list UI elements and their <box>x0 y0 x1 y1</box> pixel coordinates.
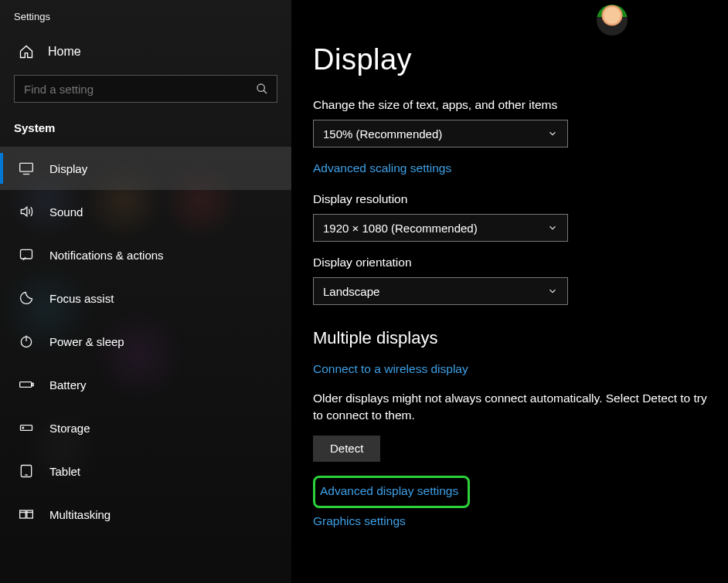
resolution-value: 1920 × 1080 (Recommended) <box>323 222 478 235</box>
svg-point-0 <box>257 84 264 91</box>
focus-icon <box>19 290 34 306</box>
wireless-display-link[interactable]: Connect to a wireless display <box>313 362 468 376</box>
sidebar-item-label: Sound <box>49 205 83 219</box>
category-heading: System <box>0 117 291 147</box>
svg-rect-14 <box>27 510 33 518</box>
svg-rect-4 <box>21 249 32 259</box>
sidebar-item-label: Multitasking <box>49 508 111 521</box>
search-icon <box>256 83 268 95</box>
avatar <box>597 5 628 36</box>
sidebar-item-display[interactable]: Display <box>0 147 291 190</box>
sidebar-item-label: Power & sleep <box>49 335 124 348</box>
sidebar: Settings Home System Display <box>0 0 291 583</box>
window-title: Settings <box>0 8 291 36</box>
sidebar-item-label: Focus assist <box>49 292 114 305</box>
sidebar-item-label: Tablet <box>49 465 80 478</box>
scale-label: Change the size of text, apps, and other… <box>313 98 713 112</box>
display-icon <box>19 161 34 176</box>
sound-icon <box>19 204 34 219</box>
detect-help-text: Older displays might not always connect … <box>313 390 713 425</box>
svg-rect-13 <box>20 510 26 518</box>
orientation-value: Landscape <box>323 285 379 298</box>
tablet-icon <box>19 463 34 479</box>
page-title: Display <box>313 43 713 76</box>
search-input[interactable] <box>14 75 277 103</box>
graphics-settings-link[interactable]: Graphics settings <box>313 514 406 528</box>
home-label: Home <box>48 45 81 59</box>
sidebar-item-label: Battery <box>49 378 87 391</box>
resolution-label: Display resolution <box>313 192 713 206</box>
notification-icon <box>19 247 34 263</box>
orientation-label: Display orientation <box>313 256 713 269</box>
sidebar-item-label: Notifications & actions <box>49 249 164 262</box>
sidebar-item-label: Display <box>49 162 87 175</box>
detect-button[interactable]: Detect <box>313 436 380 462</box>
resolution-select[interactable]: 1920 × 1080 (Recommended) <box>313 214 568 242</box>
multiple-displays-heading: Multiple displays <box>313 328 713 348</box>
sidebar-item-tablet[interactable]: Tablet <box>0 449 291 493</box>
advanced-scaling-link[interactable]: Advanced scaling settings <box>313 161 451 175</box>
home-icon <box>19 44 34 59</box>
chevron-down-icon <box>547 128 558 139</box>
home-button[interactable]: Home <box>0 36 291 70</box>
sidebar-item-battery[interactable]: Battery <box>0 363 291 406</box>
scale-value: 150% (Recommended) <box>323 127 442 141</box>
sidebar-item-multitasking[interactable]: Multitasking <box>0 493 291 536</box>
svg-rect-8 <box>32 383 34 385</box>
sidebar-item-storage[interactable]: Storage <box>0 406 291 449</box>
sidebar-nav: Display Sound Notifications & actions <box>0 147 291 536</box>
battery-icon <box>19 377 34 392</box>
search-wrap <box>14 75 277 103</box>
sidebar-item-focus[interactable]: Focus assist <box>0 276 291 320</box>
sidebar-item-sound[interactable]: Sound <box>0 190 291 233</box>
sidebar-item-notifications[interactable]: Notifications & actions <box>0 233 291 276</box>
main-content: Display Change the size of text, apps, a… <box>291 0 728 583</box>
svg-line-1 <box>264 90 267 93</box>
multitasking-icon <box>19 507 34 522</box>
orientation-select[interactable]: Landscape <box>313 277 568 305</box>
chevron-down-icon <box>547 222 558 233</box>
svg-point-10 <box>22 427 24 429</box>
storage-icon <box>19 420 34 436</box>
highlight-ring: Advanced display settings <box>313 476 470 508</box>
power-icon <box>19 334 34 349</box>
chevron-down-icon <box>547 286 558 297</box>
svg-rect-7 <box>20 382 32 388</box>
sidebar-item-power[interactable]: Power & sleep <box>0 320 291 363</box>
svg-rect-2 <box>20 163 33 171</box>
scale-select[interactable]: 150% (Recommended) <box>313 120 568 147</box>
advanced-display-settings-link[interactable]: Advanced display settings <box>320 484 458 498</box>
sidebar-item-label: Storage <box>49 422 90 435</box>
